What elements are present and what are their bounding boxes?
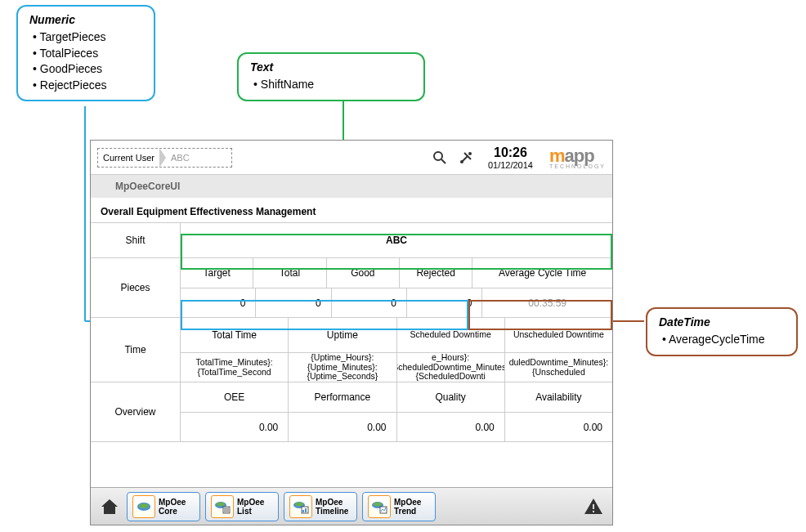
row-label-shift: Shift — [91, 223, 181, 257]
nav-label: MpOee Trend — [394, 498, 430, 516]
overview-header-performance: Performance — [289, 382, 396, 412]
oee-table: Shift ABC Pieces Target Total Good Rejec… — [91, 222, 612, 442]
svg-point-11 — [460, 160, 463, 163]
callout-text: Text ShiftName — [237, 52, 425, 101]
callout-numeric-title: Numeric — [29, 13, 142, 26]
callout-item: AverageCycleTime — [662, 332, 785, 348]
bottom-bar: MpOee Core MpOee List MpOee Timeline MpO… — [91, 487, 612, 525]
callout-item: TargetPieces — [33, 29, 142, 46]
callout-numeric: Numeric TargetPieces TotalPieces GoodPie… — [16, 5, 155, 101]
overview-header-quality: Quality — [397, 382, 505, 412]
time-header-total: Total Time — [181, 318, 289, 352]
time-value-total: TotalTime_Minutes}:{TotalTime_Second — [181, 353, 289, 382]
main-panel: Current User ABC 10:26 01/12/2014 mapp T… — [90, 140, 613, 525]
time-header-scheduled: Scheduled Downtime — [397, 318, 505, 352]
globe-timeline-icon — [289, 495, 312, 518]
pieces-header-rejected: Rejected — [400, 258, 472, 288]
pieces-value-target[interactable]: 0 — [181, 288, 256, 317]
nav-mpoee-trend[interactable]: MpOee Trend — [362, 492, 436, 521]
time-value-uptime: {Uptime_Hours}:{Uptime_Minutes}:{Uptime_… — [289, 353, 396, 382]
current-user-label: Current User — [98, 153, 159, 163]
callout-item: RejectPieces — [33, 78, 142, 94]
overview-value-quality: 0.00 — [397, 413, 505, 441]
svg-point-22 — [295, 502, 303, 506]
globe-icon — [132, 495, 155, 518]
pieces-header-target: Target — [181, 258, 253, 288]
globe-list-icon — [211, 495, 234, 518]
section-title: Overall Equipment Effectiveness Manageme… — [91, 198, 612, 222]
callout-item: GoodPieces — [33, 61, 142, 78]
row-label-overview: Overview — [91, 382, 181, 441]
time-value-unscheduled: duledDowntime_Minutes}:{Unscheduled — [505, 353, 612, 382]
current-user-value: ABC — [166, 153, 231, 163]
callout-text-title: Text — [250, 60, 412, 74]
time-value-scheduled: e_Hours}:{ScheduledDowntime_Minutes}:{Sc… — [397, 353, 505, 382]
nav-mpoee-timeline[interactable]: MpOee Timeline — [284, 492, 357, 521]
tab-label[interactable]: MpOeeCoreUI — [115, 181, 180, 192]
callout-datetime-title: DateTime — [659, 315, 785, 329]
pieces-header-avgcycle: Average Cycle Time — [472, 258, 612, 288]
logo: mapp TECHNOLOGY — [549, 145, 606, 169]
pieces-value-good[interactable]: 0 — [332, 288, 407, 317]
svg-rect-30 — [593, 511, 594, 512]
row-time: Time Total Time Uptime Scheduled Downtim… — [91, 318, 612, 382]
svg-rect-25 — [305, 508, 307, 512]
svg-point-16 — [217, 502, 225, 506]
logo-sub: TECHNOLOGY — [549, 163, 606, 169]
svg-point-27 — [374, 502, 382, 506]
header-bar: Current User ABC 10:26 01/12/2014 mapp T… — [91, 141, 612, 175]
tools-icon[interactable] — [457, 149, 475, 167]
callout-item: ShiftName — [253, 77, 412, 93]
datetime-display: 10:26 01/12/2014 — [488, 145, 533, 170]
callout-item: TotalPieces — [33, 46, 142, 62]
overview-value-performance: 0.00 — [289, 413, 396, 441]
pieces-value-rejected[interactable]: 0 — [407, 288, 482, 317]
svg-point-9 — [434, 152, 442, 160]
breadcrumb-separator-icon — [159, 148, 166, 168]
nav-label: MpOee List — [237, 498, 273, 516]
alert-icon[interactable] — [581, 494, 606, 519]
svg-rect-29 — [593, 504, 594, 509]
globe-trend-icon — [368, 495, 391, 518]
row-shift: Shift ABC — [91, 223, 612, 258]
home-icon[interactable] — [97, 494, 122, 519]
pieces-header-total: Total — [253, 258, 326, 288]
pieces-value-total[interactable]: 0 — [256, 288, 331, 317]
overview-value-availability: 0.00 — [505, 413, 612, 441]
nav-label: MpOee Timeline — [316, 498, 352, 516]
svg-point-12 — [468, 152, 472, 155]
svg-point-14 — [139, 503, 149, 508]
shift-value[interactable]: ABC — [181, 223, 612, 257]
row-pieces: Pieces Target Total Good Rejected Averag… — [91, 258, 612, 318]
nav-label: MpOee Core — [159, 498, 195, 516]
svg-line-10 — [441, 159, 446, 163]
tab-bar: MpOeeCoreUI — [91, 175, 612, 198]
overview-header-oee: OEE — [181, 382, 289, 412]
pieces-header-good: Good — [327, 258, 400, 288]
date-value: 01/12/2014 — [488, 160, 533, 170]
callout-datetime: DateTime AverageCycleTime — [646, 307, 798, 356]
nav-mpoee-core[interactable]: MpOee Core — [127, 492, 200, 521]
time-header-unscheduled: Unscheduled Downtime — [505, 318, 612, 352]
row-overview: Overview OEE Performance Quality Availab… — [91, 382, 612, 442]
row-label-pieces: Pieces — [91, 258, 181, 317]
svg-rect-24 — [302, 510, 304, 512]
overview-header-availability: Availability — [505, 382, 612, 412]
time-value: 10:26 — [488, 145, 533, 160]
search-icon[interactable] — [431, 149, 449, 167]
row-label-time: Time — [91, 318, 181, 382]
time-header-uptime: Uptime — [289, 318, 396, 352]
overview-value-oee: 0.00 — [181, 413, 289, 441]
current-user-box[interactable]: Current User ABC — [97, 148, 232, 168]
nav-mpoee-list[interactable]: MpOee List — [205, 492, 279, 521]
pieces-value-avgcycle[interactable]: 00:35:59 — [482, 288, 612, 317]
